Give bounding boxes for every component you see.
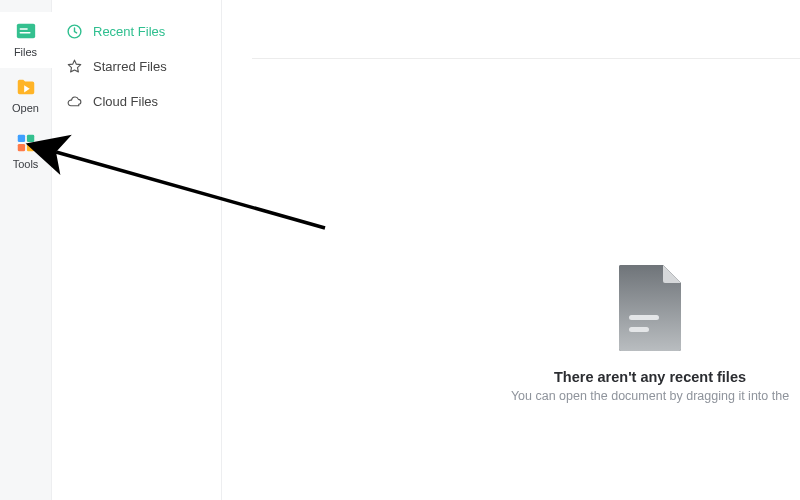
sidebar-item-tools[interactable]: Tools [0,124,52,180]
svg-rect-0 [16,24,34,39]
empty-state-subtitle: You can open the document by dragging it… [490,389,800,403]
sidebar-item-label: Tools [13,158,39,170]
svg-rect-9 [629,327,649,332]
folder-open-icon [15,76,37,98]
svg-rect-1 [19,28,27,29]
svg-rect-3 [17,135,24,142]
secondary-sidebar: Recent Files Starred Files Cloud Files [52,0,222,500]
svg-rect-6 [26,144,33,151]
document-icon [615,265,685,351]
clock-icon [66,23,83,40]
sidebar-item-label: Files [14,46,37,58]
sidebar-item-label: Open [12,102,39,114]
filter-item-label: Cloud Files [93,94,158,109]
main-content: There aren't any recent files You can op… [222,0,800,500]
sidebar-item-files[interactable]: Files [0,12,52,68]
svg-rect-4 [26,135,33,142]
primary-sidebar: Files Open Tools [0,0,52,500]
filter-item-label: Recent Files [93,24,165,39]
svg-rect-8 [629,315,659,320]
filter-item-starred-files[interactable]: Starred Files [52,49,221,84]
star-icon [66,58,83,75]
header-divider [252,58,800,59]
files-icon [15,20,37,42]
sidebar-item-open[interactable]: Open [0,68,52,124]
empty-state: There aren't any recent files You can op… [490,265,800,403]
filter-item-recent-files[interactable]: Recent Files [52,14,221,49]
filter-item-cloud-files[interactable]: Cloud Files [52,84,221,119]
cloud-icon [66,93,83,110]
svg-rect-2 [19,32,30,33]
svg-rect-5 [17,144,24,151]
filter-item-label: Starred Files [93,59,167,74]
empty-state-title: There aren't any recent files [490,369,800,385]
apps-grid-icon [15,132,37,154]
